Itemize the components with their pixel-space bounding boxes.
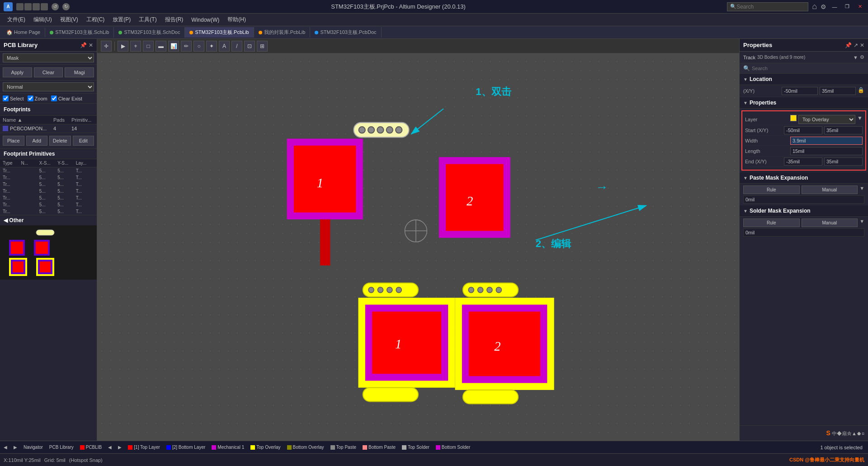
tab-home[interactable]: 🏠 Home Page	[2, 28, 45, 37]
end-x-input[interactable]	[784, 157, 822, 166]
solder-down-icon[interactable]: ▼	[859, 219, 864, 227]
apply-button[interactable]: Apply	[3, 67, 32, 77]
place-button[interactable]: Place	[3, 136, 24, 146]
top-overlay-pill[interactable]: Top Overlay	[249, 444, 282, 450]
close-button[interactable]: ✕	[855, 2, 864, 11]
title-search-input[interactable]	[736, 4, 800, 10]
tool-move[interactable]: ▶	[118, 41, 128, 52]
solder-mask-section[interactable]: ▼ Solder Mask Expansion	[740, 205, 868, 217]
layer-select[interactable]: Top Overlay	[798, 115, 855, 124]
menu-project[interactable]: 工程(C)	[83, 14, 108, 25]
paste-mask-buttons: Rule Manual ▼	[743, 185, 864, 194]
menu-reports[interactable]: 报告(R)	[161, 14, 187, 25]
navigator-tab[interactable]: Navigator	[22, 444, 45, 450]
location-section[interactable]: ▼ Location	[740, 74, 868, 85]
pcb-library-tab[interactable]: PCB Library	[47, 444, 75, 450]
menu-tools[interactable]: 工具(T)	[135, 14, 160, 25]
menu-file[interactable]: 文件(E)	[4, 14, 29, 25]
clear-button[interactable]: Clear	[34, 67, 63, 77]
tool-rect[interactable]: □	[143, 41, 154, 52]
maximize-button[interactable]: ❐	[843, 2, 852, 11]
nav-left2-arrow[interactable]: ◀	[106, 445, 113, 450]
select-check[interactable]: Select	[3, 95, 24, 101]
canvas-area[interactable]: ✛ ▶ + □ ▬ 📊 ✏ ○ ✦ A / ⊡ ⊞ 1、双击	[97, 39, 739, 441]
nav-left-arrow[interactable]: ◀	[2, 445, 9, 450]
start-y-input[interactable]	[824, 126, 863, 134]
start-x-input[interactable]	[784, 126, 822, 134]
nav-right2-arrow[interactable]: ▶	[116, 445, 123, 450]
pcb-canvas[interactable]: 1、双击 2、编辑	[97, 53, 739, 441]
top-paste-pill[interactable]: Top Paste	[329, 444, 358, 450]
panel-pin-icon[interactable]: 📌	[80, 42, 87, 48]
filter-icon[interactable]: ▼	[853, 55, 858, 60]
paste-value-input[interactable]	[743, 195, 864, 204]
filter-settings-icon[interactable]: ⚙	[860, 54, 864, 60]
menu-help[interactable]: 帮助(H)	[224, 14, 250, 25]
props-expand-icon[interactable]: ↗	[854, 42, 858, 48]
bottom-paste-label: Bottom Paste	[368, 445, 396, 450]
zoom-check[interactable]: Zoom	[28, 95, 47, 101]
menu-place[interactable]: 放置(P)	[109, 14, 134, 25]
bottom-paste-pill[interactable]: Bottom Paste	[361, 444, 397, 450]
panel-close-icon[interactable]: ✕	[89, 42, 93, 48]
solder-manual-button[interactable]: Manual	[802, 219, 858, 227]
tab-schdoc[interactable]: STM32F103主板.SchDoc	[114, 27, 185, 38]
pcblib-tab[interactable]: PCBLIB	[78, 444, 104, 450]
end-y-input[interactable]	[824, 157, 863, 166]
paste-rule-button[interactable]: Rule	[743, 185, 800, 194]
paste-manual-button[interactable]: Manual	[802, 185, 858, 194]
col-pads-header: Pads	[53, 117, 71, 123]
properties-search[interactable]	[752, 66, 864, 71]
tool-add[interactable]: +	[130, 41, 141, 52]
mechanical-pill[interactable]: Mechanical 1	[210, 444, 246, 450]
tab-schlib[interactable]: STM32F103主板.SchLib	[45, 27, 114, 38]
menu-view[interactable]: 视图(V)	[57, 14, 82, 25]
top-solder-pill[interactable]: Top Solder	[400, 444, 431, 450]
length-input[interactable]	[790, 147, 863, 155]
width-input[interactable]	[790, 137, 863, 145]
tool-line[interactable]: /	[231, 41, 242, 52]
delete-button[interactable]: Delete	[49, 136, 71, 146]
tool-text[interactable]: A	[219, 41, 230, 52]
tool-grid1[interactable]: ⊡	[244, 41, 255, 52]
normal-select[interactable]: Normal	[3, 82, 94, 91]
solder-rule-button[interactable]: Rule	[743, 219, 800, 227]
paste-mask-section[interactable]: ▼ Paste Mask Expansion	[740, 172, 868, 184]
props-pin-icon[interactable]: 📌	[845, 42, 852, 48]
props-close-icon[interactable]: ✕	[860, 42, 864, 48]
menu-window[interactable]: Window(W)	[188, 15, 223, 24]
bottom-layer-pill[interactable]: [2] Bottom Layer	[165, 444, 207, 450]
xy-y-input[interactable]	[820, 87, 856, 95]
tab-pcblib[interactable]: STM32F103主板.PcbLib	[185, 27, 254, 38]
fp-row-0[interactable]: PCBCOMPON... 4 14	[0, 124, 97, 133]
tool-chart[interactable]: 📊	[168, 41, 179, 52]
edit-button[interactable]: Edit	[73, 136, 94, 146]
tool-select[interactable]: ✛	[101, 41, 112, 52]
tab-pcbdoc[interactable]: STM32F103主板.PcbDoc	[310, 27, 381, 38]
tool-pencil[interactable]: ✏	[181, 41, 192, 52]
tab-mypcblib[interactable]: 我的封装库.PcbLib	[254, 27, 311, 38]
tool-bar[interactable]: ▬	[156, 41, 166, 52]
paste-down-icon[interactable]: ▼	[859, 185, 864, 194]
tool-grid2[interactable]: ⊞	[257, 41, 268, 52]
nav-right-arrow[interactable]: ▶	[12, 445, 19, 450]
lock-icon[interactable]: 🔒	[858, 87, 864, 95]
add-button[interactable]: Add	[26, 136, 48, 146]
minimize-button[interactable]: —	[830, 2, 839, 11]
layer-dropdown-icon[interactable]: ▼	[857, 115, 863, 124]
menu-edit[interactable]: 编辑(U)	[30, 14, 56, 25]
top-overlay-dot	[250, 445, 255, 450]
tool-star[interactable]: ✦	[206, 41, 217, 52]
mask-select[interactable]: Mask	[3, 53, 94, 62]
xy-x-input[interactable]	[782, 87, 818, 95]
top-layer-pill[interactable]: [1] Top Layer	[126, 444, 162, 450]
clearexist-check[interactable]: Clear Exist	[51, 95, 82, 101]
solder-value-input[interactable]	[743, 228, 864, 237]
properties-section[interactable]: ▼ Properties	[740, 97, 868, 109]
magi-button[interactable]: Magi	[65, 67, 94, 77]
pcblib-label: PCBLIB	[86, 445, 102, 450]
tool-circle[interactable]: ○	[193, 41, 204, 52]
bottom-solder-pill[interactable]: Bottom Solder	[434, 444, 472, 450]
bottom-overlay-pill[interactable]: Bottom Overlay	[285, 444, 326, 450]
title-search-box[interactable]: 🔍	[727, 2, 808, 11]
